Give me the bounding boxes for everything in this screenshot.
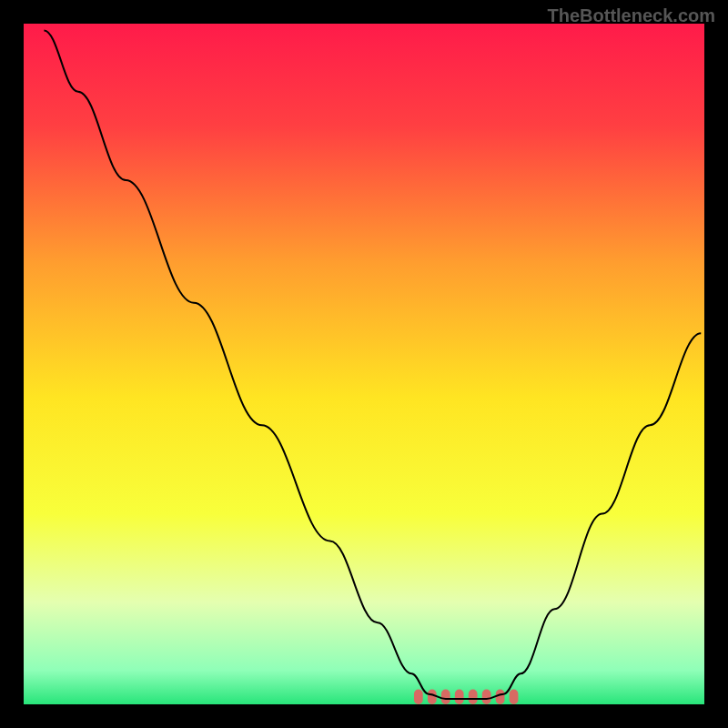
- optimal-range-marker: [510, 690, 519, 704]
- bottleneck-chart: [0, 0, 728, 728]
- chart-background: [24, 24, 704, 704]
- optimal-range-marker: [441, 690, 450, 704]
- optimal-range-marker: [469, 690, 478, 704]
- chart-container: TheBottleneck.com: [0, 0, 728, 728]
- optimal-range-marker: [455, 690, 464, 704]
- optimal-range-marker: [414, 690, 423, 704]
- watermark-text: TheBottleneck.com: [548, 5, 715, 26]
- optimal-range-marker: [496, 690, 505, 704]
- optimal-range-marker: [428, 690, 437, 704]
- optimal-range-marker: [482, 690, 491, 704]
